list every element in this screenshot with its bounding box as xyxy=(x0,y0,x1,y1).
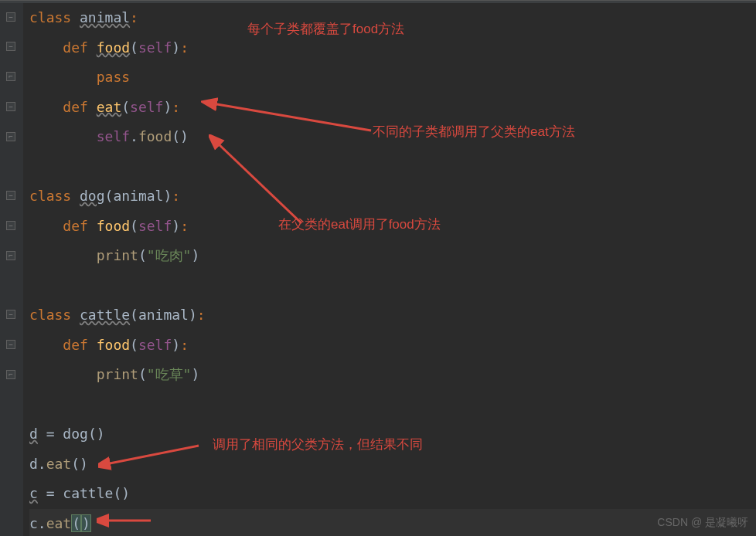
code-line[interactable] xyxy=(29,152,756,182)
fold-icon[interactable]: ⌐ xyxy=(6,132,15,141)
fold-icon[interactable]: − xyxy=(6,12,15,22)
code-line[interactable]: def food(self): xyxy=(29,331,756,361)
annotation-text: 在父类的eat调用了food方法 xyxy=(278,215,441,233)
fold-icon[interactable]: − xyxy=(6,221,15,230)
code-area[interactable]: class animal: def food(self): pass def e… xyxy=(23,3,756,536)
fold-gutter: − − ⌐ − ⌐ − − ⌐ − − ⌐ xyxy=(0,3,23,536)
code-line[interactable] xyxy=(29,271,756,301)
fold-icon[interactable]: − xyxy=(6,191,15,200)
code-line[interactable]: print("吃草") xyxy=(29,360,756,390)
annotation-text: 不同的子类都调用了父类的eat方法 xyxy=(373,123,575,141)
watermark: CSDN @ 是凝曦呀 xyxy=(657,516,748,530)
code-line[interactable]: d.eat() xyxy=(29,449,756,480)
code-line[interactable]: pass xyxy=(29,63,756,93)
code-line[interactable]: class cattle(animal): xyxy=(29,300,756,331)
code-line[interactable]: class dog(animal): xyxy=(29,181,756,212)
fold-icon[interactable]: − xyxy=(6,310,15,319)
fold-icon[interactable]: − xyxy=(6,340,15,349)
annotation-text: 调用了相同的父类方法，但结果不同 xyxy=(213,436,423,453)
code-line[interactable]: def eat(self): xyxy=(29,93,756,123)
code-line[interactable]: c = cattle() xyxy=(29,479,756,509)
code-editor: − − ⌐ − ⌐ − − ⌐ − − ⌐ class animal: def … xyxy=(0,3,756,536)
code-line[interactable]: c.eat() xyxy=(29,509,756,537)
fold-icon[interactable]: − xyxy=(6,42,15,51)
fold-icon[interactable]: ⌐ xyxy=(6,72,15,81)
fold-icon[interactable]: ⌐ xyxy=(6,370,15,379)
fold-icon[interactable]: − xyxy=(6,102,15,111)
code-line[interactable] xyxy=(29,390,756,420)
annotation-text: 每个子类都覆盖了food方法 xyxy=(247,20,404,38)
fold-icon[interactable]: ⌐ xyxy=(6,251,15,260)
code-line[interactable]: print("吃肉") xyxy=(29,241,756,271)
